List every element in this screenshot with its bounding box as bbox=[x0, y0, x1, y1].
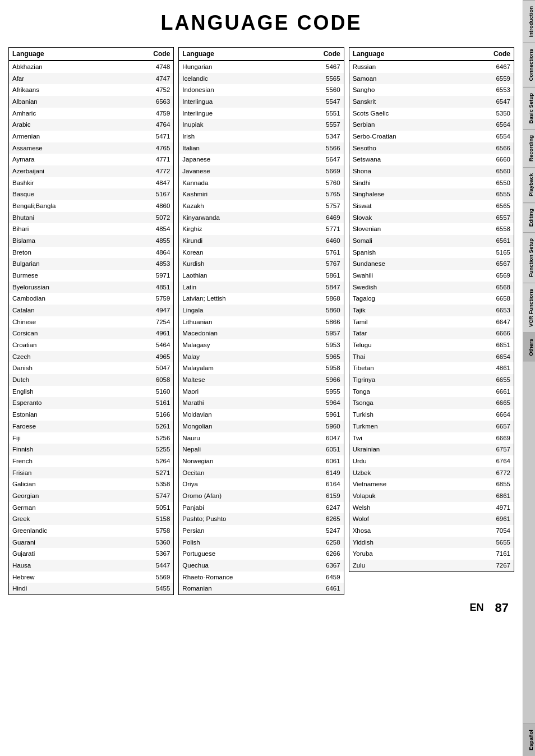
language-code: 4765 bbox=[121, 142, 174, 154]
table-row: Afar4747 bbox=[9, 73, 173, 85]
language-name: Tamil bbox=[349, 316, 462, 328]
table-row: Mongolian5960 bbox=[179, 421, 343, 432]
table-row: Frisian5271 bbox=[9, 467, 173, 479]
table-row: Shona6560 bbox=[349, 165, 514, 177]
language-name: Tagalog bbox=[349, 293, 462, 305]
sidebar-introduction[interactable]: Introduction bbox=[523, 0, 535, 43]
sidebar-vcr-functions[interactable]: VCR Functions bbox=[523, 283, 535, 333]
language-code: 6563 bbox=[121, 96, 174, 108]
language-name: Wolof bbox=[349, 513, 462, 525]
language-code: 5961 bbox=[296, 409, 343, 421]
language-code: 5958 bbox=[296, 362, 343, 374]
language-name: Yoruba bbox=[349, 548, 462, 560]
language-code: 6764 bbox=[462, 455, 514, 467]
table-row: Croatian5464 bbox=[9, 339, 173, 351]
col3-lang-header: Language bbox=[349, 48, 462, 61]
language-name: Turkish bbox=[349, 409, 462, 421]
language-name: Slovak bbox=[349, 212, 462, 224]
language-code: 5566 bbox=[296, 142, 343, 154]
table-row: Russian6467 bbox=[349, 61, 514, 73]
table-row: Malay5965 bbox=[179, 351, 343, 363]
language-name: Rhaeto-Romance bbox=[179, 571, 296, 583]
language-name: Mongolian bbox=[179, 421, 296, 432]
sidebar-function-setup[interactable]: Function Setup bbox=[523, 232, 535, 283]
language-code: 6467 bbox=[462, 61, 514, 73]
table-row: Tonga6661 bbox=[349, 386, 514, 398]
table-row: Assamese4765 bbox=[9, 142, 173, 154]
language-code: 5367 bbox=[121, 548, 174, 560]
sidebar-editing[interactable]: Editing bbox=[523, 202, 535, 232]
language-code: 5255 bbox=[121, 444, 174, 455]
table-row: Malayalam5958 bbox=[179, 362, 343, 374]
language-name: Scots Gaelic bbox=[349, 108, 462, 119]
language-name: Arabic bbox=[9, 119, 121, 131]
table-row: Oriya6164 bbox=[179, 478, 343, 490]
language-code: 6557 bbox=[462, 212, 514, 224]
table-row: Uzbek6772 bbox=[349, 467, 514, 479]
table-row: Singhalese6555 bbox=[349, 188, 514, 200]
language-name: Zulu bbox=[349, 560, 462, 571]
sidebar-espanol[interactable]: Español bbox=[523, 723, 535, 756]
language-name: Volapuk bbox=[349, 490, 462, 502]
right-sidebar: Introduction Connections Basic Setup Rec… bbox=[523, 0, 535, 756]
table-row: Oromo (Afan)6159 bbox=[179, 490, 343, 502]
language-name: Occitan bbox=[179, 467, 296, 479]
language-name: Maori bbox=[179, 386, 296, 398]
language-name: Swahili bbox=[349, 270, 462, 282]
language-name: Kinyarwanda bbox=[179, 212, 296, 224]
language-name: Hindi bbox=[9, 583, 121, 594]
table-row: Breton4864 bbox=[9, 247, 173, 259]
table-row: Yiddish5655 bbox=[349, 537, 514, 548]
table-row: Norwegian6061 bbox=[179, 455, 343, 467]
footer-lang: EN bbox=[470, 602, 484, 614]
language-name: Persian bbox=[179, 525, 296, 537]
language-name: Portuguese bbox=[179, 548, 296, 560]
language-code: 6461 bbox=[296, 583, 343, 594]
sidebar-connections[interactable]: Connections bbox=[523, 43, 535, 87]
language-code: 4853 bbox=[121, 258, 174, 270]
table-row: Afrikaans4752 bbox=[9, 84, 173, 96]
language-code: 4864 bbox=[121, 247, 174, 259]
table-row: Tamil6647 bbox=[349, 316, 514, 328]
language-name: Georgian bbox=[9, 490, 121, 502]
language-code: 5965 bbox=[296, 351, 343, 363]
table-row: Hebrew5569 bbox=[9, 571, 173, 583]
sidebar-recording[interactable]: Recording bbox=[523, 129, 535, 167]
table-row: Scots Gaelic5350 bbox=[349, 108, 514, 119]
language-name: Bihari bbox=[9, 223, 121, 235]
language-code: 6558 bbox=[462, 223, 514, 235]
table-row: Zulu7267 bbox=[349, 560, 514, 571]
table-row: Siswat6565 bbox=[349, 200, 514, 212]
table-row: Bhutani5072 bbox=[9, 212, 173, 224]
language-code: 5957 bbox=[296, 328, 343, 339]
table-row: Tsonga6665 bbox=[349, 397, 514, 409]
language-code: 6469 bbox=[296, 212, 343, 224]
language-code: 5767 bbox=[296, 258, 343, 270]
table-row: Urdu6764 bbox=[349, 455, 514, 467]
language-name: Slovenian bbox=[349, 223, 462, 235]
language-code: 6058 bbox=[121, 374, 174, 386]
table-row: Slovak6557 bbox=[349, 212, 514, 224]
table-row: Occitan6149 bbox=[179, 467, 343, 479]
sidebar-others[interactable]: Others bbox=[523, 333, 535, 362]
language-name: French bbox=[9, 455, 121, 467]
language-code: 5860 bbox=[296, 305, 343, 316]
language-name: Fiji bbox=[9, 432, 121, 444]
col2-lang-header: Language bbox=[179, 48, 296, 61]
table-row: Persian5247 bbox=[179, 525, 343, 537]
language-name: Danish bbox=[9, 362, 121, 374]
language-name: Afar bbox=[9, 73, 121, 85]
language-name: Kirundi bbox=[179, 235, 296, 247]
sidebar-playback[interactable]: Playback bbox=[523, 167, 535, 202]
table-row: Albanian6563 bbox=[9, 96, 173, 108]
language-code: 6669 bbox=[462, 432, 514, 444]
table-row: Polish6258 bbox=[179, 537, 343, 548]
table-row: French5264 bbox=[9, 455, 173, 467]
language-code: 6567 bbox=[462, 258, 514, 270]
sidebar-basic-setup[interactable]: Basic Setup bbox=[523, 87, 535, 129]
table-row: Interlingua5547 bbox=[179, 96, 343, 108]
language-code: 6661 bbox=[462, 386, 514, 398]
table-row: Faroese5261 bbox=[9, 421, 173, 432]
table-row: Aymara4771 bbox=[9, 154, 173, 165]
language-name: Nauru bbox=[179, 432, 296, 444]
